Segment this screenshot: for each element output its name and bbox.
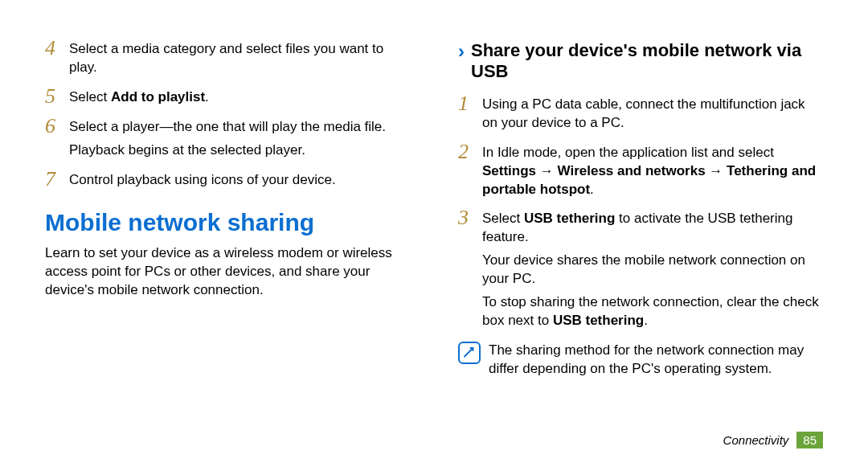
note-box: The sharing method for the network conne… [458,342,823,379]
step: 1 Using a PC data cable, connect the mul… [458,96,823,133]
sub-heading: › Share your device's mobile network via… [458,40,823,83]
note-text: The sharing method for the network conne… [489,342,823,379]
step-number: 7 [45,169,69,190]
step-text: Select Add to playlist. [69,88,410,107]
step-text: Control playback using icons of your dev… [69,171,410,190]
page-number: 85 [796,432,823,448]
step-number: 1 [458,93,482,114]
step-number: 2 [458,141,482,162]
footer: Connectivity 85 [723,432,823,448]
step-number: 3 [458,207,482,228]
step: 5 Select Add to playlist. [45,88,410,107]
section-heading: Mobile network sharing [45,209,410,236]
step-text: Select USB tethering to activate the USB… [482,210,823,247]
step: 4 Select a media category and select fil… [45,40,410,77]
step-number: 4 [45,38,69,59]
step-number: 5 [45,86,69,107]
step-text: In Idle mode, open the application list … [482,144,823,199]
step-subtext: Playback begins at the selected player. [69,141,410,160]
step: 6 Select a player—the one that will play… [45,118,410,137]
step: 3 Select USB tethering to activate the U… [458,210,823,247]
step: 7 Control playback using icons of your d… [45,171,410,190]
chevron-right-icon: › [458,40,465,63]
footer-section: Connectivity [723,433,789,447]
note-icon [458,342,481,364]
step-text: Select a player—the one that will play t… [69,118,410,137]
step-number: 6 [45,116,69,137]
step: 2 In Idle mode, open the application lis… [458,144,823,199]
left-column: 4 Select a media category and select fil… [45,40,410,379]
step-subtext: To stop sharing the network connection, … [482,293,823,330]
right-column: › Share your device's mobile network via… [458,40,823,379]
step-text: Using a PC data cable, connect the multi… [482,96,823,133]
sub-heading-text: Share your device's mobile network via U… [471,40,823,83]
step-text: Select a media category and select files… [69,40,410,77]
section-intro: Learn to set your device as a wireless m… [45,244,410,300]
step-subtext: Your device shares the mobile network co… [482,252,823,289]
